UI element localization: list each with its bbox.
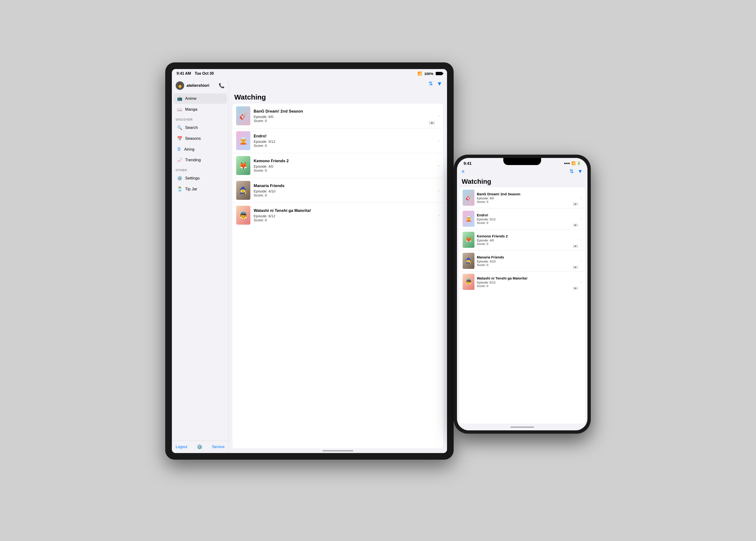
table-row[interactable]: 🎸 BanG Dream! 2nd Season Episode: 6/0 Sc… [232,104,443,128]
chevron-right-icon: › [580,259,582,263]
list-item[interactable]: 🦊 Kemono Friends 2 Episode: 4/0 Score: 0… [459,229,585,251]
broadcast-icon: (◉) [573,265,578,269]
filter-icon[interactable]: ▼ [577,168,583,175]
service-button[interactable]: Service [212,445,224,449]
iphone-anime-list: 🎸 BanG Dream! 2nd Season Episode: 6/0 Sc… [459,187,585,424]
avatar: 👩 [176,81,184,90]
anime-score: Score: 0 [477,221,578,225]
anime-title: Watashi ni Tenshi ga Maiorita! [254,208,435,213]
anime-title: Kemono Friends 2 [477,234,578,238]
anime-info: Kemono Friends 2 Episode: 4/0 Score: 0 [250,159,438,172]
anime-title: Manaria Friends [477,255,578,259]
chevron-right-icon: › [580,280,582,284]
anime-thumbnail: 🧙 [236,181,250,200]
sidebar-item-label: Airing [184,147,194,152]
chevron-right-icon: › [438,213,440,218]
home-bar [510,426,534,428]
phone-icon[interactable]: 📞 [219,83,224,88]
anime-info: Kemono Friends 2 Episode: 4/0 Score: 0 [475,234,580,246]
sort-icon[interactable]: ⇅ [429,81,433,87]
anime-episode: Episode: 6/0 [254,115,435,119]
anime-info: Watashi ni Tenshi ga Maiorita! Episode: … [475,276,580,288]
iphone-screen: 9:41 ●●● 📶 🔋 ≡ ⇅ ▼ Watching 🎸 BanG Dream… [457,158,587,430]
settings-icon: ⚙️ [177,176,182,181]
list-item[interactable]: 👼 Watashi ni Tenshi ga Maiorita! Episode… [459,271,585,292]
sidebar-item-trending[interactable]: 📈 Trending [173,155,227,165]
page-title: Watching [457,177,587,187]
home-indicator [228,448,447,453]
anime-thumbnail: 🧝 [236,131,250,150]
list-item[interactable]: 🧙 Manaria Friends Episode: 4/10 Score: 0… [459,251,585,271]
chevron-right-icon: › [438,138,440,143]
avatar-emoji: 👩 [177,83,183,88]
gear-icon[interactable]: ⚙️ [197,444,202,450]
wifi-icon: 📶 [418,71,422,76]
chevron-right-icon: › [438,188,440,193]
sidebar-item-settings[interactable]: ⚙️ Settings [173,173,227,184]
table-row[interactable]: 🧝 Endro! Episode: 5/12 Score: 0 › [232,128,443,153]
anime-info: Manaria Friends Episode: 4/10 Score: 0 [475,255,580,267]
sidebar-item-label: Manga [185,107,197,112]
sidebar-item-tipjar[interactable]: 🫙 Tip Jar [173,184,227,194]
anime-list: 🎸 BanG Dream! 2nd Season Episode: 6/0 Sc… [232,104,443,448]
battery-percent: 100% [424,72,433,76]
anime-score: Score: 0 [254,144,435,148]
anime-episode: Episode: 4/0 [254,164,435,168]
anime-score: Score: 0 [254,218,435,222]
other-section-label: OTHER [172,166,228,173]
anime-score: Score: 0 [477,284,578,288]
sidebar-item-label: Tip Jar [185,187,197,192]
chevron-right-icon: › [580,196,582,200]
table-row[interactable]: 🦊 Kemono Friends 2 Episode: 4/0 Score: 0… [232,153,443,178]
list-item[interactable]: 🎸 BanG Dream! 2nd Season Episode: 6/0 Sc… [459,187,585,208]
anime-info: BanG Dream! 2nd Season Episode: 6/0 Scor… [250,109,438,123]
anime-episode: Episode: 4/10 [254,189,435,193]
anime-score: Score: 0 [254,119,435,123]
anime-title: BanG Dream! 2nd Season [477,192,578,196]
chevron-right-icon: › [438,163,440,168]
anime-thumbnail: 🧙 [463,253,475,269]
anime-thumbnail: 👼 [463,274,475,290]
anime-score: Score: 0 [477,263,578,267]
anime-score: Score: 0 [477,200,578,204]
list-item[interactable]: 🧝 Endro! Episode: 5/12 Score: 0 (◉) › [459,208,585,229]
logout-button[interactable]: Logout [176,445,187,449]
anime-episode: Episode: 5/12 [254,140,435,144]
sidebar-item-anime[interactable]: 📺 Anime [173,93,227,104]
ipad-device: 9:41 AM Tue Oct 30 📶 100% 👩 ate [165,62,454,460]
ipad-date: Tue Oct 30 [195,71,214,76]
chevron-right-icon: › [438,114,440,119]
anime-icon: 📺 [177,96,182,101]
anime-score: Score: 0 [254,168,435,172]
anime-title: Endro! [254,134,435,139]
sidebar-item-manga[interactable]: 📖 Manga [173,104,227,115]
sidebar-item-label: Trending [185,158,201,163]
battery-icon [436,72,442,75]
page-title: Watching [228,89,447,104]
chevron-right-icon: › [580,217,582,221]
search-icon: 🔍 [177,125,182,130]
anime-info: Endro! Episode: 5/12 Score: 0 [475,213,580,225]
filter-icon[interactable]: ▼ [437,80,442,87]
sidebar-item-airing[interactable]: 🗓 Airing [173,144,227,154]
anime-info: Manaria Friends Episode: 4/10 Score: 0 [250,184,438,197]
ipad-content: 👩 ateliershiori 📞 📺 Anime 📖 Manga DISCOV… [172,78,447,453]
sidebar-item-label: Search [185,125,198,130]
ipad-status-left: 9:41 AM Tue Oct 30 [177,71,214,76]
menu-icon[interactable]: ≡ [462,169,465,174]
anime-episode: Episode: 6/0 [477,197,578,200]
sidebar-item-search[interactable]: 🔍 Search [173,123,227,133]
table-row[interactable]: 🧙 Manaria Friends Episode: 4/10 Score: 0… [232,178,443,203]
sidebar-item-seasons[interactable]: 📅 Seasons [173,133,227,144]
table-row[interactable]: 👼 Watashi ni Tenshi ga Maiorita! Episode… [232,203,443,228]
anime-title: Watashi ni Tenshi ga Maiorita! [477,276,578,280]
anime-episode: Episode: 4/0 [477,239,578,242]
sort-icon[interactable]: ⇅ [569,168,574,175]
anime-thumbnail: 🎸 [236,106,250,125]
iphone-device: 9:41 ●●● 📶 🔋 ≡ ⇅ ▼ Watching 🎸 BanG Dream… [454,155,591,434]
seasons-icon: 📅 [177,136,182,141]
trending-icon: 📈 [177,158,182,163]
user-name: ateliershiori [187,83,209,88]
broadcast-icon: (◉) [573,202,578,206]
manga-icon: 📖 [177,107,182,112]
